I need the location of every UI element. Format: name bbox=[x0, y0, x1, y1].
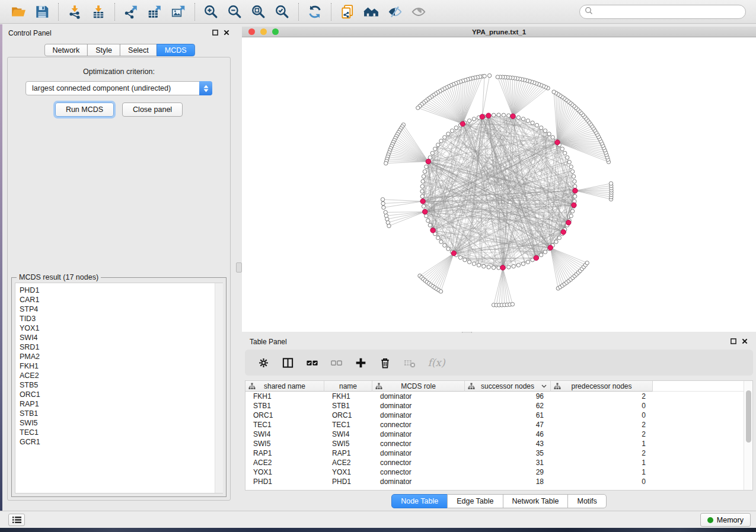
mcds-result-item[interactable]: ACE2 bbox=[20, 371, 222, 380]
table-cell[interactable]: 46 bbox=[465, 430, 551, 439]
table-row[interactable]: STB1STB1dominator620 bbox=[245, 401, 752, 411]
table-cell[interactable]: dominator bbox=[372, 477, 465, 486]
mcds-result-item[interactable]: TID3 bbox=[20, 314, 222, 323]
column-header-shared-name[interactable]: shared name bbox=[245, 381, 324, 392]
mcds-result-item[interactable]: ORC1 bbox=[20, 390, 222, 399]
run-mcds-button[interactable]: Run MCDS bbox=[55, 102, 114, 117]
table-cell[interactable]: 31 bbox=[465, 458, 551, 467]
table-cell[interactable]: 96 bbox=[465, 392, 551, 401]
table-cell[interactable]: 2 bbox=[551, 392, 653, 401]
table-cell[interactable]: TEC1 bbox=[245, 420, 324, 430]
mcds-result-list[interactable]: PHD1CAR1STP4TID3YOX1SWI4SRD1PMA2FKH1ACE2… bbox=[15, 283, 223, 493]
refresh-button[interactable] bbox=[304, 2, 326, 22]
table-cell[interactable]: 0 bbox=[551, 411, 653, 420]
network-window-titlebar[interactable]: YPA_prune.txt_1 bbox=[242, 27, 756, 37]
table-row[interactable]: TEC1TEC1connector472 bbox=[245, 420, 752, 430]
table-cell[interactable]: 62 bbox=[465, 401, 551, 411]
zoom-fit-button[interactable] bbox=[248, 2, 269, 22]
table-cell[interactable]: 0 bbox=[551, 477, 653, 486]
tab-network-table[interactable]: Network Table bbox=[503, 494, 569, 508]
table-cell[interactable]: 35 bbox=[465, 448, 551, 458]
mcds-result-item[interactable]: TEC1 bbox=[20, 428, 222, 437]
table-cell[interactable]: dominator bbox=[372, 392, 465, 401]
table-row[interactable]: ACE2ACE2connector311 bbox=[245, 458, 752, 467]
table-cell[interactable]: connector bbox=[372, 420, 465, 430]
close-panel-button[interactable]: Close panel bbox=[122, 102, 183, 117]
save-session-button[interactable] bbox=[31, 2, 53, 22]
memory-button[interactable]: Memory bbox=[700, 513, 751, 527]
table-cell[interactable]: 2 bbox=[551, 420, 653, 430]
table-cell[interactable]: dominator bbox=[372, 430, 465, 439]
table-cell[interactable]: 2 bbox=[551, 430, 653, 439]
share-document-button[interactable] bbox=[337, 2, 358, 22]
table-cell[interactable]: 47 bbox=[465, 420, 551, 430]
mcds-result-item[interactable]: RAP1 bbox=[20, 399, 222, 409]
table-cell[interactable]: YOX1 bbox=[245, 467, 324, 477]
mcds-result-item[interactable]: STP4 bbox=[20, 305, 222, 314]
mcds-result-item[interactable]: YOX1 bbox=[20, 323, 222, 333]
table-cell[interactable]: ORC1 bbox=[324, 411, 372, 420]
add-row-button[interactable] bbox=[353, 355, 368, 370]
table-cell[interactable]: RAP1 bbox=[324, 448, 372, 458]
export-image-button[interactable] bbox=[168, 2, 189, 22]
table-scrollbar[interactable] bbox=[744, 381, 752, 490]
table-cell[interactable]: 1 bbox=[551, 458, 653, 467]
select-all-rows-button[interactable] bbox=[305, 355, 319, 370]
network-view[interactable] bbox=[242, 37, 756, 332]
table-cell[interactable]: connector bbox=[372, 467, 465, 477]
table-cell[interactable]: FKH1 bbox=[324, 392, 372, 401]
tab-edge-table[interactable]: Edge Table bbox=[447, 494, 503, 508]
zoom-in-button[interactable] bbox=[200, 2, 222, 22]
table-cell[interactable]: SWI5 bbox=[324, 439, 372, 448]
close-table-panel-icon[interactable] bbox=[742, 338, 748, 346]
task-history-button[interactable] bbox=[8, 514, 25, 526]
column-header-name[interactable]: name bbox=[324, 381, 372, 392]
table-cell[interactable]: FKH1 bbox=[245, 392, 324, 401]
table-cell[interactable]: dominator bbox=[372, 411, 465, 420]
toggle-columns-button[interactable] bbox=[280, 355, 295, 370]
tab-node-table[interactable]: Node Table bbox=[391, 494, 448, 508]
table-cell[interactable]: 29 bbox=[465, 467, 551, 477]
table-cell[interactable]: YOX1 bbox=[324, 467, 372, 477]
export-network-button[interactable] bbox=[120, 2, 142, 22]
table-row[interactable]: SWI5SWI5connector431 bbox=[245, 439, 752, 448]
table-cell[interactable]: 61 bbox=[465, 411, 551, 420]
tab-motifs[interactable]: Motifs bbox=[567, 494, 606, 508]
zoom-out-button[interactable] bbox=[224, 2, 245, 22]
table-row[interactable]: PHD1PHD1dominator180 bbox=[245, 477, 752, 486]
float-panel-icon[interactable] bbox=[212, 29, 218, 37]
mcds-result-item[interactable]: SWI4 bbox=[20, 333, 222, 342]
node-table[interactable]: shared namenameMCDS rolesuccessor nodesp… bbox=[245, 380, 753, 491]
mcds-result-item[interactable]: PHD1 bbox=[20, 286, 222, 295]
table-row[interactable]: SWI4SWI4dominator462 bbox=[245, 430, 752, 439]
table-cell[interactable]: PHD1 bbox=[245, 477, 324, 486]
table-cell[interactable]: ACE2 bbox=[324, 458, 372, 467]
mcds-result-item[interactable]: PMA2 bbox=[20, 352, 222, 361]
table-cell[interactable]: SWI4 bbox=[324, 430, 372, 439]
table-cell[interactable]: 1 bbox=[551, 467, 653, 477]
table-cell[interactable]: SWI4 bbox=[245, 430, 324, 439]
search-input[interactable] bbox=[594, 6, 743, 18]
tab-select[interactable]: Select bbox=[120, 44, 157, 56]
zoom-selected-button[interactable] bbox=[272, 2, 293, 22]
criterion-dropdown[interactable]: largest connected component (undirected) bbox=[25, 81, 212, 95]
deselect-all-rows-button[interactable] bbox=[329, 355, 343, 370]
table-cell[interactable]: connector bbox=[372, 439, 465, 448]
table-cell[interactable]: ORC1 bbox=[245, 411, 324, 420]
search-box[interactable] bbox=[579, 5, 746, 19]
table-row[interactable]: ORC1ORC1dominator610 bbox=[245, 411, 752, 420]
mcds-result-item[interactable]: STB1 bbox=[20, 409, 222, 418]
network-homes-button[interactable] bbox=[361, 2, 382, 22]
table-cell[interactable]: STB1 bbox=[324, 401, 372, 411]
table-cell[interactable]: dominator bbox=[372, 401, 465, 411]
mcds-result-item[interactable]: STB5 bbox=[20, 380, 222, 390]
table-settings-button[interactable] bbox=[256, 355, 270, 370]
table-row[interactable]: FKH1FKH1dominator962 bbox=[245, 392, 752, 401]
column-header-predecessor-nodes[interactable]: predecessor nodes bbox=[551, 381, 653, 392]
table-cell[interactable]: 0 bbox=[551, 401, 653, 411]
table-cell[interactable]: 2 bbox=[551, 448, 653, 458]
table-cell[interactable]: 43 bbox=[465, 439, 551, 448]
table-scrollbar-thumb[interactable] bbox=[746, 390, 751, 443]
table-cell[interactable]: SWI5 bbox=[245, 439, 324, 448]
table-cell[interactable]: PHD1 bbox=[324, 477, 372, 486]
